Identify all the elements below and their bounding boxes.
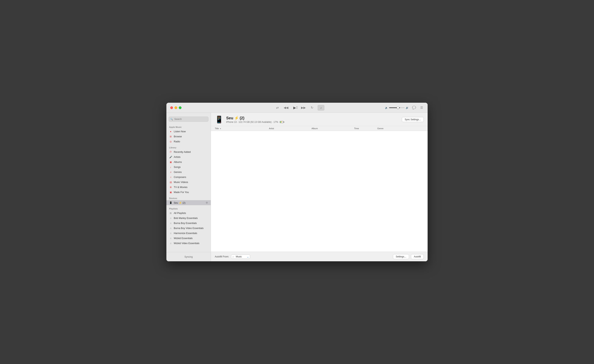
titlebar-right: 🔈 🔊 💬 ☰ (385, 105, 424, 110)
sidebar-item-label: Listen Now (174, 130, 186, 133)
sidebar-item-device-seu[interactable]: 📱 Seu ⚡ (2) ✲ (166, 200, 211, 205)
autofill-button[interactable]: Autofill (411, 254, 424, 259)
lyrics-button[interactable]: 💬 (411, 105, 417, 110)
wizkid-icon: ♫ (169, 237, 172, 240)
main-panel: 📱 Seu ⚡ (2) iPhone 13 · 122.74 GB (92.13… (211, 113, 428, 261)
apple-music-header: Apple Music (166, 124, 211, 129)
composers-icon: ♫ (169, 176, 172, 179)
playback-controls: ⇄ ◀◀ ▶ ▶▶ ↻ ♪ (275, 105, 324, 111)
syncing-label: Syncing (184, 256, 193, 258)
now-playing-button[interactable]: ♪ (317, 105, 324, 111)
rewind-button[interactable]: ◀◀ (283, 105, 289, 110)
play-button[interactable]: ▶ (293, 105, 297, 111)
traffic-lights (170, 106, 182, 109)
sidebar-item-label: Harmonize Essentials (174, 232, 197, 235)
sync-settings-button[interactable]: Sync Settings... (402, 117, 424, 122)
sidebar-item-recently-added[interactable]: ⏱ Recently Added (166, 150, 211, 154)
sort-arrow-icon: ▲ (220, 127, 221, 129)
column-genre[interactable]: Genre (377, 127, 424, 130)
sidebar-item-label: Genres (174, 171, 182, 173)
playlists-header: Playlists (166, 205, 211, 211)
volume-slider[interactable] (389, 107, 405, 108)
album-column-label: Album (311, 127, 318, 130)
close-button[interactable] (170, 106, 173, 109)
sidebar-item-all-playlists[interactable]: ⊞ All Playlists (166, 211, 211, 216)
maximize-button[interactable] (179, 106, 182, 109)
device-info: 📱 Seu ⚡ (2) iPhone 13 · 122.74 GB (92.13… (215, 115, 284, 124)
sync-spinner-icon: ✲ (206, 201, 208, 204)
sidebar-item-listen-now[interactable]: ● Listen Now (166, 129, 211, 134)
minimize-button[interactable] (175, 106, 177, 109)
sidebar-item-wizkid[interactable]: ♫ Wizkid Essentials (166, 236, 211, 241)
sidebar-item-composers[interactable]: ♫ Composers (166, 175, 211, 180)
sidebar-bottom: Syncing (166, 252, 211, 261)
radio-icon: ◎ (169, 140, 172, 143)
sidebar-item-label: TV & Movies (174, 186, 188, 189)
queue-button[interactable]: ☰ (419, 105, 424, 110)
shuffle-button[interactable]: ⇄ (275, 105, 279, 110)
wizkid-video-icon: ♫ (169, 242, 172, 245)
settings-button[interactable]: Settings... (393, 254, 409, 259)
tv-movies-icon: 🖥 (169, 186, 172, 189)
sidebar-item-label: All Playlists (174, 212, 186, 214)
time-column-label: Time (354, 127, 359, 130)
column-time[interactable]: Time (354, 127, 377, 130)
sidebar-item-label: Artists (174, 156, 181, 159)
main-content: 🔍 Apple Music ● Listen Now ⊞ Browse ◎ Ra… (166, 113, 428, 261)
genre-column-label: Genre (377, 127, 384, 130)
sidebar-item-label: Seu ⚡ (2) (174, 201, 204, 204)
column-artist[interactable]: Artist (269, 127, 311, 130)
sidebar-item-label: Albums (174, 161, 182, 163)
volume-high-icon: 🔊 (406, 106, 409, 109)
sidebar: 🔍 Apple Music ● Listen Now ⊞ Browse ◎ Ra… (166, 113, 211, 261)
sidebar-item-browse[interactable]: ⊞ Browse (166, 134, 211, 139)
sidebar-item-label: Composers (174, 176, 186, 179)
repeat-button[interactable]: ↻ (310, 105, 314, 110)
battery-display: ⚡ (280, 121, 284, 123)
music-note-icon: ♪ (320, 106, 322, 109)
device-header: 📱 Seu ⚡ (2) iPhone 13 · 122.74 GB (92.13… (211, 113, 428, 126)
sidebar-item-music-videos[interactable]: ▤ Music Videos (166, 180, 211, 185)
all-playlists-icon: ⊞ (169, 212, 172, 215)
device-text: Seu ⚡ (2) iPhone 13 · 122.74 GB (92.13 G… (226, 116, 284, 123)
table-body (211, 131, 428, 252)
column-title[interactable]: Title ▲ (215, 127, 269, 130)
listen-now-icon: ● (169, 130, 172, 133)
albums-icon: ▣ (169, 160, 172, 164)
footer-buttons: Settings... Autofill (393, 254, 424, 259)
sidebar-item-burna-boy-video[interactable]: ♫ Burna Boy Video Essentials (166, 226, 211, 231)
sidebar-item-wizkid-video[interactable]: ♫ Wizkid Video Essentials (166, 241, 211, 246)
sidebar-item-label: Burna Boy Video Essentials (174, 227, 203, 230)
sidebar-item-label: Wizkid Essentials (174, 237, 193, 240)
artist-column-label: Artist (269, 127, 274, 130)
sidebar-item-made-for-you[interactable]: ▣ Made For You (166, 190, 211, 195)
sidebar-item-label: Music Videos (174, 181, 188, 184)
volume-control[interactable]: 🔈 🔊 (385, 106, 409, 109)
sidebar-item-radio[interactable]: ◎ Radio (166, 139, 211, 144)
sidebar-item-burna-boy[interactable]: ♫ Burna Boy Essentials (166, 221, 211, 226)
volume-thumb (397, 106, 399, 109)
sidebar-item-genres[interactable]: ♬ Genres (166, 170, 211, 175)
sidebar-item-artists[interactable]: 🎤 Artists (166, 154, 211, 159)
sidebar-item-songs[interactable]: ♩ Songs (166, 165, 211, 170)
fast-forward-button[interactable]: ▶▶ (300, 105, 306, 110)
search-icon: 🔍 (170, 118, 173, 120)
titlebar: ⇄ ◀◀ ▶ ▶▶ ↻ ♪  🔈 🔊 💬 ☰ (166, 103, 428, 113)
sidebar-item-harmonize[interactable]: ♫ Harmonize Essentials (166, 231, 211, 236)
sidebar-item-label: Wizkid Video Essentials (174, 242, 199, 245)
autofill-select[interactable]: Music Library Playlists (231, 255, 250, 259)
autofill-label: Autofill From: (215, 255, 229, 258)
app-window: ⇄ ◀◀ ▶ ▶▶ ↻ ♪  🔈 🔊 💬 ☰ (166, 103, 428, 261)
column-album[interactable]: Album (311, 127, 354, 130)
sidebar-scroll: 🔍 Apple Music ● Listen Now ⊞ Browse ◎ Ra… (166, 113, 211, 252)
harmonize-icon: ♫ (169, 232, 172, 235)
main-footer: Autofill From: ♪ Music Library Playlists… (211, 252, 428, 261)
burna-boy-video-icon: ♫ (169, 227, 172, 230)
sidebar-item-albums[interactable]: ▣ Albums (166, 159, 211, 165)
sidebar-item-tv-movies[interactable]: 🖥 TV & Movies (166, 185, 211, 190)
search-input[interactable] (169, 117, 208, 122)
lightning-icon: ⚡ (234, 116, 239, 120)
sidebar-item-bob-marley[interactable]: ♫ Bob Marley Essentials (166, 216, 211, 221)
apple-logo:  (297, 106, 298, 110)
songs-icon: ♩ (169, 165, 172, 169)
